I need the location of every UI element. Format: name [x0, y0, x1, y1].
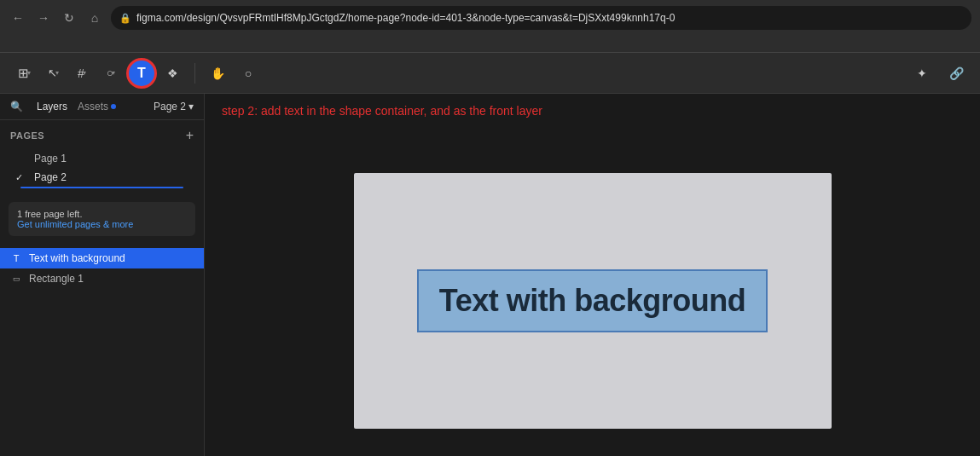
left-panel: 🔍 Layers Assets Page 2 ▾ Pages +	[0, 94, 205, 456]
plugin-button[interactable]: ✦	[908, 60, 936, 87]
share-button[interactable]: 🔗	[942, 60, 970, 87]
text-icon: T	[137, 66, 146, 81]
active-page-indicator	[20, 187, 183, 188]
tab-assets[interactable]: Assets	[78, 99, 116, 114]
text-tool-button[interactable]: T	[126, 58, 157, 89]
hand-tool-button[interactable]: ✋	[204, 60, 231, 87]
text-with-background[interactable]: Text with background	[417, 269, 768, 332]
page-2-check-icon: ✓	[15, 172, 27, 183]
text-layer-name: Text with background	[29, 252, 125, 264]
tools-group: ⊞ ▾ ↖ ▾ # ▾ ○ ▾ T ❖	[10, 58, 186, 89]
url-text: figma.com/design/QvsvpFRmtIHf8MpJGctgdZ/…	[136, 12, 675, 24]
panel-tabs: 🔍 Layers Assets Page 2 ▾	[0, 94, 204, 120]
free-page-notice: 1 free page left. Get unlimited pages & …	[9, 202, 195, 236]
layer-item-text[interactable]: T Text with background	[0, 248, 204, 268]
back-button[interactable]: ←	[9, 9, 27, 27]
pages-title: Pages	[10, 130, 44, 141]
select-arrow: ▾	[55, 69, 59, 77]
comment-icon: ○	[245, 66, 252, 80]
figma-body: 🔍 Layers Assets Page 2 ▾ Pages +	[0, 94, 980, 456]
shape-arrow: ▾	[112, 69, 115, 77]
pages-section: Pages + Page 1 ✓ Page 2	[0, 120, 204, 202]
canvas-content: Text with background	[205, 128, 980, 456]
page-1-label: Page 1	[34, 153, 67, 165]
frame-tool-button[interactable]: # ▾	[68, 60, 96, 87]
address-bar[interactable]: 🔒 figma.com/design/QvsvpFRmtIHf8MpJGctgd…	[111, 6, 971, 30]
pages-header: Pages +	[10, 129, 194, 142]
page-2-label: Page 2	[34, 171, 67, 183]
toolbar-separator-1	[194, 63, 195, 84]
rect-layer-name: Rectangle 1	[29, 273, 84, 285]
chevron-down-icon: ▾	[188, 101, 194, 113]
select-tool-button[interactable]: ↖ ▾	[39, 60, 67, 87]
instruction-text: step 2: add text in the shape container,…	[205, 94, 980, 128]
free-page-text: 1 free page left.	[17, 209, 187, 219]
browser-chrome: ← → ↻ ⌂ 🔒 figma.com/design/QvsvpFRmtIHf8…	[0, 0, 980, 53]
plugin-icon: ✦	[917, 66, 927, 80]
home-button[interactable]: ⌂	[85, 9, 104, 27]
page-selector[interactable]: Page 2 ▾	[154, 101, 194, 113]
page-item-2[interactable]: ✓ Page 2	[10, 168, 194, 187]
component-icon: ❖	[167, 66, 178, 80]
text-layer-icon: T	[10, 253, 22, 263]
page-item-1[interactable]: Page 1	[10, 149, 194, 168]
figma-app: ⊞ ▾ ↖ ▾ # ▾ ○ ▾ T ❖	[0, 53, 980, 456]
search-icon: 🔍	[10, 101, 23, 113]
browser-toolbar: ← → ↻ ⌂ 🔒 figma.com/design/QvsvpFRmtIHf8…	[0, 0, 980, 36]
unlimited-pages-link[interactable]: Get unlimited pages & more	[17, 219, 187, 229]
canvas-area: step 2: add text in the shape container,…	[205, 94, 980, 456]
refresh-button[interactable]: ↻	[60, 9, 78, 27]
hand-icon: ✋	[211, 66, 225, 80]
layers-section: T Text with background ▭ Rectangle 1	[0, 245, 204, 456]
move-arrow: ▾	[27, 69, 31, 77]
add-page-button[interactable]: +	[186, 129, 194, 142]
toolbar-right: ✦ 🔗	[908, 60, 970, 87]
lock-icon: 🔒	[119, 13, 131, 24]
forward-button[interactable]: →	[34, 9, 53, 27]
tab-layers[interactable]: Layers	[37, 99, 67, 114]
frame-arrow: ▾	[83, 69, 86, 77]
canvas-frame: Text with background	[354, 173, 832, 429]
assets-dot	[111, 104, 116, 109]
component-tool-button[interactable]: ❖	[159, 60, 186, 87]
shape-tool-button[interactable]: ○ ▾	[97, 60, 125, 87]
layer-item-rect[interactable]: ▭ Rectangle 1	[0, 268, 204, 289]
rect-layer-icon: ▭	[10, 274, 22, 283]
share-icon: 🔗	[949, 66, 964, 80]
move-tool-button[interactable]: ⊞ ▾	[10, 60, 38, 87]
comment-tool-button[interactable]: ○	[235, 60, 262, 87]
figma-toolbar: ⊞ ▾ ↖ ▾ # ▾ ○ ▾ T ❖	[0, 53, 980, 94]
